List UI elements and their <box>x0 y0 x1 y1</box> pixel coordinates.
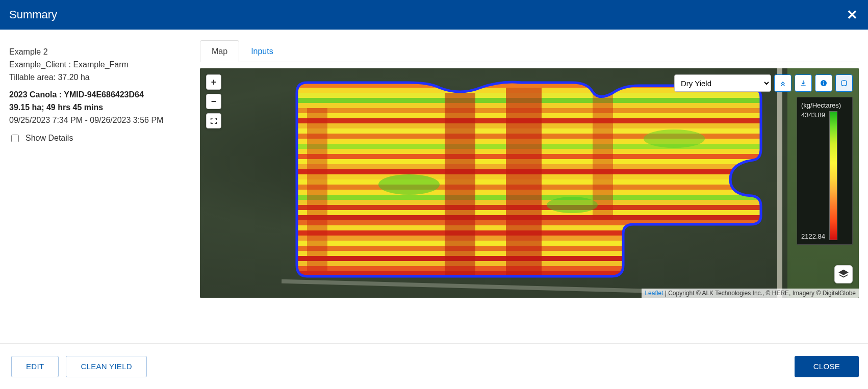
field-polygon <box>287 77 771 281</box>
modal-body: Example 2 Example_Client : Example_Farm … <box>0 30 868 343</box>
svg-point-45 <box>378 174 440 195</box>
clean-yield-button[interactable]: CLEAN YIELD <box>66 356 147 377</box>
modal-header: Summary ✕ <box>0 0 868 30</box>
svg-rect-44 <box>593 93 613 220</box>
collapse-icon[interactable] <box>774 74 792 92</box>
zoom-in-button[interactable]: + <box>206 74 221 90</box>
map-attribution: Leaflet | Copyright © ALK Technologies I… <box>642 289 859 298</box>
info-icon[interactable] <box>815 74 832 92</box>
map-road <box>777 68 782 298</box>
tab-map[interactable]: Map <box>200 40 239 62</box>
svg-point-47 <box>644 129 705 148</box>
svg-rect-43 <box>307 108 327 271</box>
svg-point-46 <box>547 197 598 213</box>
map-container[interactable]: + − Dry Yield <box>200 68 859 298</box>
legend-min: 2122.84 <box>801 232 825 240</box>
tabs: Map Inputs <box>200 40 859 62</box>
client-farm: Example_Client : Example_Farm <box>9 59 191 71</box>
download-icon[interactable] <box>795 74 812 92</box>
details-panel: Example 2 Example_Client : Example_Farm … <box>0 30 200 343</box>
show-details-label[interactable]: Show Details <box>25 132 73 145</box>
zoom-out-button[interactable]: − <box>206 94 221 109</box>
map-toolbar: Dry Yield <box>674 74 853 92</box>
svg-rect-41 <box>445 93 475 276</box>
show-details-checkbox[interactable] <box>11 135 19 142</box>
field-name: Example 2 <box>9 46 191 59</box>
layers-button[interactable] <box>834 265 853 283</box>
layer-select[interactable]: Dry Yield <box>674 74 771 92</box>
legend-panel: (kg/Hectares) 4343.89 2122.84 <box>797 97 853 245</box>
svg-rect-42 <box>506 88 542 276</box>
modal-title: Summary <box>9 8 57 21</box>
legend-max: 4343.89 <box>801 111 825 119</box>
area-duration: 39.15 ha; 49 hrs 45 mins <box>9 101 191 114</box>
fullscreen-button[interactable] <box>206 113 221 128</box>
attribution-text: | Copyright © ALK Technologies Inc., © H… <box>663 290 856 297</box>
crop-id: 2023 Canola : YMID-94E686423D64 <box>9 89 191 101</box>
leaflet-link[interactable]: Leaflet <box>645 290 663 297</box>
date-range: 09/25/2023 7:34 PM - 09/26/2023 3:56 PM <box>9 114 191 127</box>
zoom-controls: + − <box>206 74 221 128</box>
legend-color-bar <box>829 111 837 240</box>
boundary-icon[interactable] <box>835 74 853 92</box>
close-button[interactable]: CLOSE <box>795 356 859 377</box>
svg-rect-49 <box>823 83 824 85</box>
modal-footer: EDIT CLEAN YIELD CLOSE <box>0 343 868 389</box>
svg-point-50 <box>823 81 824 82</box>
content-panel: Map Inputs <box>200 30 868 343</box>
close-icon[interactable]: ✕ <box>847 8 858 21</box>
legend-unit: (kg/Hectares) <box>801 101 848 109</box>
tillable-area: Tillable area: 37.20 ha <box>9 71 191 84</box>
tab-inputs[interactable]: Inputs <box>239 40 285 62</box>
edit-button[interactable]: EDIT <box>11 356 59 377</box>
